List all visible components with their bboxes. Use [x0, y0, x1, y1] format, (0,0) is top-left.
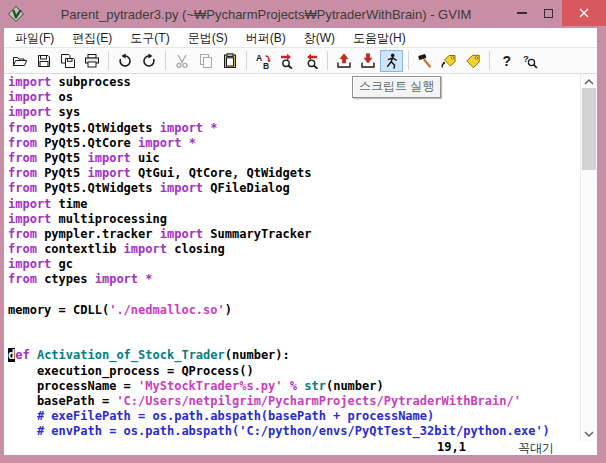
help-button[interactable]: ?	[494, 50, 517, 72]
save-icon	[36, 53, 52, 69]
find-next-button[interactable]	[275, 50, 298, 72]
copy-button[interactable]	[194, 50, 217, 72]
save-all-button[interactable]	[56, 50, 79, 72]
toolbar-separator	[165, 51, 166, 70]
undo-button[interactable]	[113, 50, 136, 72]
code-line: from PyQt5 import QtGui, QtCore, QtWidge…	[8, 166, 580, 181]
find-prev-icon	[303, 53, 319, 69]
maximize-button[interactable]	[535, 0, 562, 26]
menu-item-edit[interactable]: 편집(E)	[63, 28, 121, 48]
replace-button[interactable]: AB	[251, 50, 274, 72]
close-icon	[579, 8, 589, 18]
paste-icon	[222, 53, 238, 69]
code-line	[8, 288, 580, 303]
code-line: from PyQt5.QtWidgets import *	[8, 121, 580, 136]
code-line: from ctypes import *	[8, 272, 580, 287]
toolbar-separator	[108, 51, 109, 70]
scroll-position-label: 꼭대기	[518, 440, 554, 457]
chevron-up-icon	[584, 79, 594, 85]
toolbar-separator	[489, 51, 490, 70]
open-icon	[12, 53, 28, 69]
toolbar-separator	[408, 51, 409, 70]
tag-jump-button[interactable]	[461, 50, 484, 72]
menu-item-buffers[interactable]: 버퍼(B)	[237, 28, 295, 48]
code-line: memory = CDLL('./nedmalloc.so')	[8, 303, 580, 318]
status-ruler: 19,1 꼭대기	[4, 441, 597, 455]
load-session-icon	[336, 53, 352, 69]
toolbar-separator	[327, 51, 328, 70]
run-script-tooltip: 스크립트 실행	[352, 76, 441, 98]
save-session-icon	[360, 53, 376, 69]
window-controls	[508, 0, 606, 28]
maximize-icon	[544, 9, 553, 18]
cursor-position: 19,1	[437, 440, 466, 454]
vertical-scrollbar[interactable]	[580, 74, 597, 441]
scrollbar-up-arrow[interactable]	[581, 75, 597, 88]
code-line: execution_process = QProcess()	[8, 364, 580, 379]
find-help-button[interactable]: ?	[518, 50, 541, 72]
code-line: def Activation_of_Stock_Trader(number):	[8, 348, 580, 363]
toolbar-separator	[246, 51, 247, 70]
code-line: import os	[8, 90, 580, 105]
run-ctags-button[interactable]	[437, 50, 460, 72]
menu-item-tools[interactable]: 도구(T)	[121, 28, 178, 48]
code-line: from PyQt5 import uic	[8, 151, 580, 166]
code-line	[8, 318, 580, 333]
replace-icon: AB	[255, 53, 271, 69]
print-button[interactable]	[80, 50, 103, 72]
code-line: import sys	[8, 105, 580, 120]
load-session-button[interactable]	[332, 50, 355, 72]
make-icon	[417, 53, 433, 69]
menu-item-file[interactable]: 파일(F)	[6, 28, 63, 48]
svg-text:B: B	[263, 60, 269, 69]
help-icon: ?	[498, 53, 514, 69]
code-line: from PyQt5.QtCore import *	[8, 136, 580, 151]
undo-icon	[117, 53, 133, 69]
save-session-button[interactable]	[356, 50, 379, 72]
run-script-button[interactable]	[380, 50, 403, 72]
menu-item-syntax[interactable]: 문법(S)	[179, 28, 237, 48]
code-line: import subprocess	[8, 75, 580, 90]
redo-button[interactable]	[137, 50, 160, 72]
open-button[interactable]	[8, 50, 31, 72]
redo-icon	[141, 53, 157, 69]
scrollbar-down-arrow[interactable]	[581, 427, 597, 440]
code-line: processName = 'MyStockTrader%s.py' % str…	[8, 379, 580, 394]
code-line: from PyQt5.QtWidgets import QFileDialog	[8, 181, 580, 196]
tag-jump-icon	[465, 53, 481, 69]
copy-icon	[198, 53, 214, 69]
paste-button[interactable]	[218, 50, 241, 72]
client-area: 파일(F)편집(E)도구(T)문법(S)버퍼(B)창(W)도움말(H) AB??…	[4, 28, 597, 455]
code-line: import gc	[8, 257, 580, 272]
find-prev-button[interactable]	[299, 50, 322, 72]
svg-text:A: A	[256, 53, 262, 63]
code-line	[8, 333, 580, 348]
editor-area: import subprocessimport osimport sysfrom…	[4, 74, 597, 441]
code-line: import multiprocessing	[8, 212, 580, 227]
code-area[interactable]: import subprocessimport osimport sysfrom…	[4, 74, 580, 441]
close-button[interactable]	[562, 0, 606, 26]
gvim-window: Parent_pytrader3.py (~₩PycharmProjects₩P…	[0, 0, 606, 463]
code-line: # envPath = os.path.abspath('C:/python/e…	[8, 424, 580, 439]
find-help-icon: ?	[522, 53, 538, 69]
make-button[interactable]	[413, 50, 436, 72]
code-line: import time	[8, 197, 580, 212]
code-line: from pympler.tracker import SummaryTrack…	[8, 227, 580, 242]
menu-bar: 파일(F)편집(E)도구(T)문법(S)버퍼(B)창(W)도움말(H)	[4, 28, 597, 48]
save-button[interactable]	[32, 50, 55, 72]
scrollbar-thumb[interactable]	[582, 88, 596, 170]
run-ctags-icon	[441, 53, 457, 69]
vim-app-icon	[8, 6, 24, 22]
chevron-down-icon	[584, 431, 594, 437]
code-line: basePath = 'C:/Users/netpilgrim/PycharmP…	[8, 394, 580, 409]
code-line: from contextlib import closing	[8, 242, 580, 257]
cut-button[interactable]	[170, 50, 193, 72]
find-next-icon	[279, 53, 295, 69]
run-script-icon	[384, 53, 400, 69]
menu-item-help[interactable]: 도움말(H)	[344, 28, 415, 48]
title-bar: Parent_pytrader3.py (~₩PycharmProjects₩P…	[0, 0, 606, 28]
cut-icon	[174, 53, 190, 69]
menu-item-window[interactable]: 창(W)	[295, 28, 344, 48]
minimize-button[interactable]	[508, 0, 535, 26]
minimize-icon	[517, 12, 527, 14]
